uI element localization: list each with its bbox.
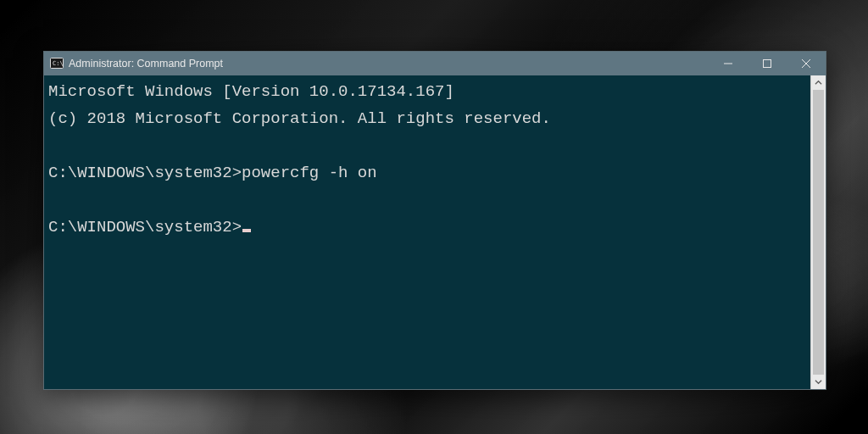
scroll-down-button[interactable]	[811, 375, 826, 389]
titlebar[interactable]: C:\ Administrator: Command Prompt	[44, 52, 826, 75]
scroll-up-button[interactable]	[811, 75, 826, 90]
prompt-path: C:\WINDOWS\system32>	[48, 218, 242, 236]
copyright-line: (c) 2018 Microsoft Corporation. All righ…	[48, 109, 551, 128]
close-button[interactable]	[787, 52, 826, 75]
minimize-button[interactable]	[709, 52, 748, 75]
client-area: Microsoft Windows [Version 10.0.17134.16…	[44, 75, 826, 389]
command-prompt-window: C:\ Administrator: Command Prompt Micros…	[43, 51, 826, 390]
entered-command: powercfg -h on	[242, 164, 377, 182]
scrollbar-thumb[interactable]	[813, 90, 824, 375]
text-cursor	[242, 229, 251, 232]
prompt-path: C:\WINDOWS\system32>	[48, 164, 242, 182]
svg-rect-3	[764, 60, 771, 68]
scrollbar-track[interactable]	[811, 90, 826, 375]
maximize-button[interactable]	[748, 52, 787, 75]
command-prompt-icon: C:\	[50, 57, 64, 70]
version-line: Microsoft Windows [Version 10.0.17134.16…	[48, 82, 454, 101]
vertical-scrollbar[interactable]	[810, 75, 826, 389]
console-output[interactable]: Microsoft Windows [Version 10.0.17134.16…	[44, 75, 810, 389]
svg-text:C:\: C:\	[53, 60, 64, 67]
window-title: Administrator: Command Prompt	[69, 58, 223, 70]
